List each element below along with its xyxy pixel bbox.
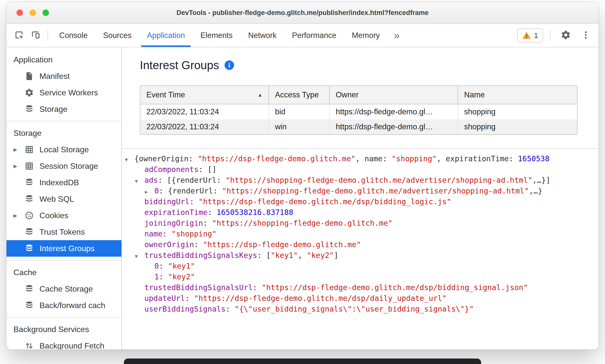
tree-row[interactable]: ▼trustedBiddingSignalsKeys: ["key1", "ke… [122,250,599,261]
table-body: 22/03/2022, 11:03:24bidhttps://dsp-fledg… [140,104,577,134]
expand-triangle-icon[interactable]: ▶ [13,163,24,169]
json-segment-str: "https://dsp-fledge-demo.glitch.me/dsp/b… [199,197,451,206]
sidebar-item-cookies[interactable]: ▶Cookies [6,207,121,224]
json-segment-plain: : [ [257,251,271,260]
tab-sources[interactable]: Sources [95,24,139,47]
disclosure-collapsed-icon[interactable]: ▶ [145,186,154,197]
info-icon[interactable]: i [225,60,234,70]
tree-row[interactable]: userBiddingSignals: "{\"user_bidding_sig… [122,304,599,314]
json-segment-key: 1 [154,272,159,281]
tree-row[interactable]: ▼{ownerOrigin: "https://dsp-fledge-demo.… [122,153,599,164]
json-segment-plain: : [] [199,165,217,174]
tab-elements[interactable]: Elements [193,24,240,47]
sidebar-item-manifest[interactable]: Manifest [6,68,121,84]
tree-row[interactable]: adComponents: [] [122,164,599,175]
tree-row[interactable]: ownerOrigin: "https://dsp-fledge-demo.gl… [122,239,599,250]
json-segment-key: trustedBiddingSignalsKeys [144,251,257,260]
json-segment-key: updateUrl [144,294,185,303]
settings-button[interactable] [558,27,574,44]
gear-icon [24,87,34,98]
column-header-access-type[interactable]: Access Type [269,86,330,104]
devtools-tabs: ConsoleSourcesApplicationElementsNetwork… [51,24,388,47]
sidebar-item-background-fetch[interactable]: Background Fetch [6,338,121,350]
table-cell: shopping [458,119,577,134]
disclosure-expanded-icon[interactable]: ▼ [135,251,144,262]
sidebar-item-label: Trust Tokens [39,227,85,237]
disclosure-expanded-icon[interactable]: ▼ [135,176,144,186]
json-segment-str: "https://dsp-fledge-demo.glitch.me" [203,240,361,249]
json-segment-plain: : [185,294,194,303]
table-row[interactable]: 22/03/2022, 11:03:24bidhttps://dsp-fledg… [140,104,577,119]
sidebar-item-trust-tokens[interactable]: Trust Tokens [6,224,121,240]
column-header-owner[interactable]: Owner [330,86,458,104]
json-segment-key: userBiddingSignals [144,305,226,313]
close-button[interactable] [16,9,23,16]
expand-triangle-icon[interactable]: ▶ [13,213,24,218]
json-segment-num: 1650538 [518,154,549,163]
json-segment-plain: name: [364,154,391,163]
sidebar-item-session-storage[interactable]: ▶Session Storage [6,158,121,174]
titlebar: DevTools - publisher-fledge-demo.glitch.… [6,2,599,24]
json-segment-key: trustedBiddingSignalsUrl [144,283,253,292]
json-segment-key: name [144,229,162,238]
sidebar-item-back-forward-cach[interactable]: Back/forward cach [6,297,121,314]
table-cell: 22/03/2022, 11:03:24 [140,119,269,134]
table-cell: https://dsp-fledge-demo.gl… [330,104,458,119]
json-segment-str: "https://shopping-fledge-demo.glitch.me/… [222,186,529,195]
tab-memory[interactable]: Memory [344,24,388,47]
table-row[interactable]: 22/03/2022, 11:03:24winhttps://dsp-fledg… [140,119,577,134]
json-segment-plain: ,…}] [532,176,550,184]
tree-row[interactable]: trustedBiddingSignalsUrl: "https://dsp-f… [122,282,599,293]
json-segment-str: "key2" [168,272,195,281]
column-header-event-time[interactable]: Event Time▲ [140,86,269,104]
table-cell: https://dsp-fledge-demo.gl… [330,119,458,134]
device-toolbar-button[interactable] [27,27,44,44]
tab-network[interactable]: Network [240,24,284,47]
column-header-label: Name [464,90,485,99]
tab-console[interactable]: Console [51,24,95,47]
sidebar-item-indexeddb[interactable]: IndexedDB [6,174,121,191]
json-segment-str: "shopping" [171,229,217,238]
tree-row[interactable]: ▼ads: [{renderUrl: "https://shopping-fle… [122,175,599,185]
sidebar-item-cache-storage[interactable]: Cache Storage [6,281,121,297]
more-tabs-button[interactable]: » [388,30,406,41]
json-segment-plain: : [208,208,217,217]
interest-groups-table: Event Time▲Access TypeOwnerName 22/03/20… [140,85,578,135]
disclosure-expanded-icon[interactable]: ▼ [125,154,134,165]
database-icon [24,284,34,294]
column-header-name[interactable]: Name [458,86,577,104]
tree-row[interactable]: updateUrl: "https://dsp-fledge-demo.glit… [122,293,599,304]
sidebar-divider [6,317,121,318]
minimize-button[interactable] [29,9,36,16]
sidebar-item-storage[interactable]: Storage [6,101,121,117]
tree-row[interactable]: expirationTime: 1650538216.837188 [122,207,599,218]
warning-icon [522,31,531,40]
sidebar-item-web-sql[interactable]: Web SQL [6,191,121,207]
more-options-button[interactable] [578,27,594,44]
sidebar-section-application: Application [6,51,121,68]
sidebar-item-interest-groups[interactable]: Interest Groups [6,240,121,257]
page-title: Interest Groups [140,58,219,72]
tab-performance[interactable]: Performance [284,24,344,47]
sidebar-item-local-storage[interactable]: ▶Local Storage [6,141,121,158]
tree-row[interactable]: biddingUrl: "https://dsp-fledge-demo.gli… [122,196,599,207]
json-segment-plain: : [162,229,171,238]
expand-triangle-icon[interactable]: ▶ [13,147,24,153]
tree-row[interactable]: 1: "key2" [122,271,599,282]
table-cell: win [269,119,330,134]
json-segment-plain: renderUrl: [176,176,226,184]
sidebar-item-service-workers[interactable]: Service Workers [6,84,121,101]
inspect-cursor-icon [14,30,24,41]
inspect-element-button[interactable] [11,27,27,44]
tree-row[interactable]: name: "shopping" [122,228,599,239]
json-segment-plain: : [159,272,168,281]
tree-row[interactable]: joiningOrigin: "https://shopping-fledge-… [122,218,599,228]
tree-row[interactable]: ▶0: {renderUrl: "https://shopping-fledge… [122,185,599,196]
tab-application[interactable]: Application [139,24,193,47]
json-segment-num: 1650538216.837188 [217,208,293,217]
json-segment-str: "{\"user_bidding_signals\":\"user_biddin… [235,305,474,313]
zoom-button[interactable] [42,9,49,16]
sidebar-item-label: Cookies [39,211,68,220]
warnings-badge[interactable]: 1 [517,28,543,42]
tree-row[interactable]: 0: "key1" [122,261,599,271]
